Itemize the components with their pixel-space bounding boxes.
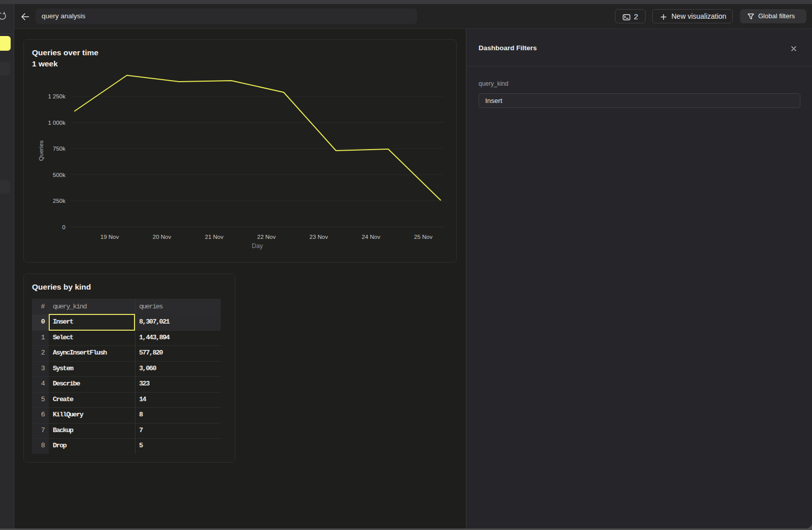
- svg-text:20 Nov: 20 Nov: [153, 234, 172, 240]
- svg-text:Queries: Queries: [38, 140, 44, 161]
- svg-text:22 Nov: 22 Nov: [257, 234, 276, 240]
- svg-text:0: 0: [62, 224, 65, 230]
- svg-text:750k: 750k: [53, 146, 65, 152]
- svg-text:1 000k: 1 000k: [48, 120, 65, 126]
- svg-text:19 Nov: 19 Nov: [100, 234, 119, 240]
- svg-text:1 250k: 1 250k: [48, 93, 65, 99]
- svg-text:Day: Day: [252, 242, 263, 250]
- svg-text:24 Nov: 24 Nov: [362, 234, 381, 240]
- svg-text:500k: 500k: [53, 172, 65, 178]
- svg-text:21 Nov: 21 Nov: [205, 234, 224, 240]
- svg-text:25 Nov: 25 Nov: [414, 234, 433, 240]
- svg-text:23 Nov: 23 Nov: [310, 234, 328, 240]
- svg-text:250k: 250k: [53, 198, 65, 204]
